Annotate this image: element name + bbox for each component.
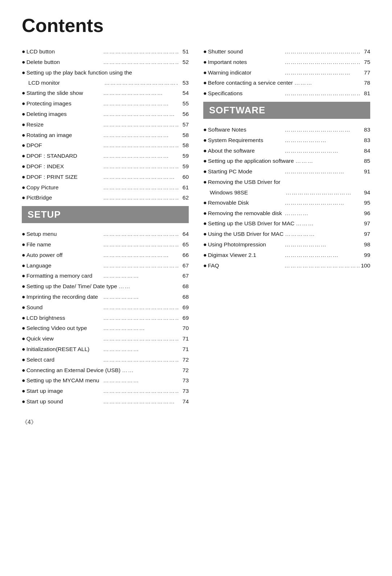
toc-dots: ……………… <box>103 376 179 385</box>
toc-label: Removing the removable disk <box>208 209 283 218</box>
toc-label: Starting the slide show <box>26 89 102 97</box>
toc-bullet: ● <box>22 99 25 108</box>
toc-bullet: ● <box>22 68 25 77</box>
toc-bullet: ● <box>22 261 25 270</box>
toc-label: LCD button <box>26 47 102 56</box>
toc-label: FAQ <box>208 261 283 270</box>
toc-page: 53 <box>180 78 189 87</box>
toc-bullet: ● <box>203 167 207 176</box>
toc-page: 74 <box>362 47 370 56</box>
toc-bullet: ● <box>22 324 25 333</box>
toc-item: ●Using PhotoImpression…………………98 <box>203 240 370 249</box>
toc-bullet: ● <box>22 345 25 354</box>
toc-item: ●Setting up the USB Driver for MAC………97 <box>203 219 370 228</box>
toc-dots: …………………………… <box>103 251 179 259</box>
toc-label: Important notes <box>208 58 283 67</box>
toc-dots: …………………………………… <box>104 78 179 87</box>
toc-dots: ……………………………… <box>103 110 179 118</box>
toc-label: Specifications <box>208 89 283 98</box>
setup-items: ●Setup menu…………………………………64●File name…………… <box>22 230 189 406</box>
toc-dots: ………………………………………… <box>103 303 179 312</box>
toc-bullet: ● <box>22 240 25 249</box>
toc-page: 66 <box>180 251 189 259</box>
toc-page: 77 <box>362 68 370 77</box>
toc-item: ●FAQ………………………………………………100 <box>203 261 370 270</box>
top-items-left: ●LCD button……………………………………51●Delete butto… <box>22 47 189 202</box>
toc-dots: ……… <box>295 157 360 165</box>
toc-bullet: ● <box>203 47 207 56</box>
toc-item: ●Initialization(RESET ALL)………………71 <box>22 345 189 354</box>
toc-item: ●Setting up the play back function using… <box>22 68 189 77</box>
toc-bullet: ● <box>22 110 25 119</box>
toc-bullet: ● <box>22 303 25 312</box>
toc-dots: ……………………………… <box>103 173 179 181</box>
toc-page: 70 <box>180 324 189 333</box>
toc-label: PictBridge <box>26 193 102 202</box>
toc-item: ●DPOF : INDEX…………………………………59 <box>22 162 189 171</box>
toc-label: Delete button <box>26 58 102 67</box>
toc-item: ●Specifications…………………………………81 <box>203 89 370 98</box>
toc-item: ●Connecting an External Device (USB)……72 <box>22 366 189 375</box>
toc-item: ●DPOF : STANDARD……………………………59 <box>22 152 189 161</box>
toc-bullet: ● <box>203 198 207 208</box>
toc-bullet: ● <box>22 366 25 375</box>
toc-dots: ……………………………………… <box>103 261 179 270</box>
toc-item: ●Resize……………………………………………57 <box>22 120 189 129</box>
toc-label: Warning indicator <box>208 68 283 77</box>
toc-dots: ………………………………… <box>285 89 360 98</box>
toc-page: 55 <box>180 99 189 108</box>
toc-dots: ……… <box>294 78 360 87</box>
toc-bullet: ● <box>22 376 25 385</box>
toc-dots: ……………………………………… <box>103 355 179 364</box>
software-header: SOFTWARE <box>203 102 370 119</box>
toc-label: File name <box>26 240 102 249</box>
toc-page: 58 <box>180 131 189 140</box>
toc-page: 84 <box>362 146 370 155</box>
toc-page: 68 <box>180 282 189 291</box>
toc-dots: …………………………… <box>103 152 179 160</box>
toc-item: ●Select card………………………………………72 <box>22 355 189 364</box>
toc-bullet: ● <box>22 47 25 56</box>
toc-bullet: ● <box>203 125 207 134</box>
toc-dots: ……………… <box>103 293 179 301</box>
toc-bullet: ● <box>203 240 207 249</box>
toc-bullet: ● <box>22 162 25 171</box>
toc-page: 60 <box>180 173 189 181</box>
toc-dots: ……………… <box>103 271 179 280</box>
toc-item: ●Important notes…………………………………75 <box>203 58 370 67</box>
toc-page: 78 <box>362 78 370 87</box>
toc-page: 58 <box>180 141 189 150</box>
toc-label: Language <box>26 261 102 270</box>
toc-label: Windows 98SE <box>210 188 284 197</box>
toc-page: 83 <box>362 125 370 134</box>
toc-item: ●Start up image…………………………………73 <box>22 387 189 396</box>
toc-page: 56 <box>180 110 189 118</box>
left-column: ●LCD button……………………………………51●Delete butto… <box>22 47 189 408</box>
toc-page: 67 <box>180 271 189 280</box>
toc-page: 85 <box>362 157 370 165</box>
toc-bullet: ● <box>22 141 25 150</box>
toc-bullet: ● <box>22 183 25 192</box>
toc-item: ●Digimax Viewer 2.1………………………99 <box>203 251 370 260</box>
toc-dots: …………………………… <box>285 68 360 77</box>
toc-item: ●Setting up the Date/ Time/ Date type……6… <box>22 282 189 291</box>
toc-page: 52 <box>180 58 189 67</box>
toc-page: 67 <box>180 261 189 270</box>
toc-bullet: ● <box>203 136 207 145</box>
toc-dots: ………………………… <box>285 167 360 176</box>
toc-page: 73 <box>180 376 189 385</box>
toc-page: 73 <box>180 387 189 395</box>
toc-page: 98 <box>362 240 370 249</box>
toc-bullet: ● <box>203 89 207 98</box>
toc-dots: …………………………… <box>103 131 179 140</box>
toc-item: ●Before contacting a service center………78 <box>203 78 370 88</box>
toc-label: Digimax Viewer 2.1 <box>208 251 283 259</box>
toc-item: ●Shutter sound……………………………………74 <box>203 47 370 56</box>
toc-dots: ……………………… <box>285 146 360 155</box>
toc-page: 61 <box>180 183 189 192</box>
toc-page: 59 <box>180 162 189 171</box>
toc-item: ●Setting up the application software………8… <box>203 157 370 166</box>
toc-dots: ……………… <box>103 345 179 354</box>
toc-item: ●Start up sound………………………………74 <box>22 397 189 406</box>
toc-dots: …………………………… <box>286 188 360 197</box>
